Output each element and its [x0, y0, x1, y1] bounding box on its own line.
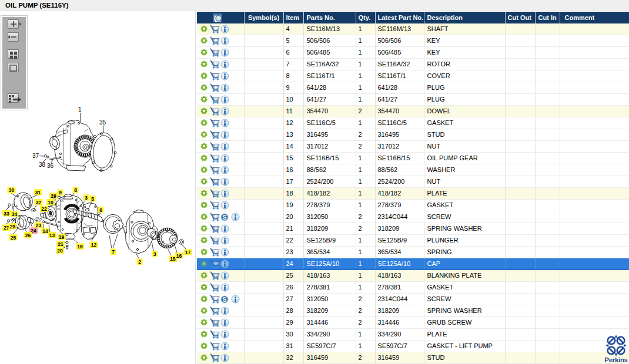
svg-text:7: 7 [112, 249, 115, 255]
svg-text:38: 38 [39, 161, 46, 168]
svg-text:2: 2 [138, 259, 141, 265]
svg-text:16: 16 [176, 253, 182, 259]
svg-text:37: 37 [32, 153, 39, 159]
svg-text:12: 12 [91, 242, 97, 248]
svg-text:35: 35 [99, 119, 106, 126]
svg-text:13: 13 [49, 232, 55, 238]
svg-text:21: 21 [58, 241, 63, 247]
svg-text:10: 10 [48, 200, 53, 205]
svg-text:30: 30 [9, 187, 15, 193]
svg-text:17: 17 [185, 250, 191, 255]
svg-text:Perkins: Perkins [604, 356, 627, 363]
svg-text:25: 25 [11, 235, 16, 241]
svg-text:5: 5 [91, 196, 94, 202]
svg-text:3: 3 [85, 195, 88, 201]
svg-text:18: 18 [77, 244, 83, 250]
svg-text:9: 9 [59, 190, 62, 196]
svg-text:29: 29 [51, 193, 56, 199]
svg-text:14: 14 [42, 228, 48, 234]
svg-text:33: 33 [4, 211, 9, 217]
svg-text:20: 20 [57, 248, 63, 254]
svg-text:31: 31 [35, 190, 41, 196]
svg-text:19: 19 [59, 234, 65, 240]
svg-text:26: 26 [25, 232, 31, 238]
svg-text:34: 34 [12, 211, 18, 217]
svg-text:32: 32 [36, 200, 42, 205]
svg-text:28: 28 [10, 224, 16, 230]
svg-text:1: 1 [78, 106, 82, 113]
svg-text:3: 3 [153, 251, 156, 257]
svg-text:8: 8 [74, 187, 77, 193]
svg-text:36: 36 [47, 163, 54, 169]
svg-text:6: 6 [99, 207, 102, 213]
svg-text:22: 22 [41, 206, 47, 212]
